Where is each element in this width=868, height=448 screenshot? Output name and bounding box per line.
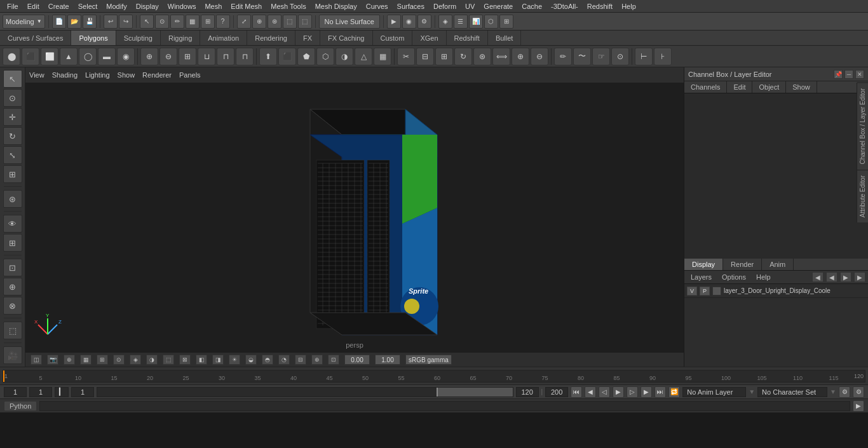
layers-options-menu[interactable]: Options	[718, 273, 750, 282]
cut-tool-btn[interactable]: ✂	[397, 48, 415, 65]
menu-uv[interactable]: UV	[461, 1, 479, 11]
render-btn[interactable]: ▶	[387, 15, 401, 29]
uv-editor-btn[interactable]: ⊞	[499, 15, 513, 29]
tri-fan-btn[interactable]: △	[355, 48, 372, 65]
end-frame-field[interactable]: 120	[516, 387, 539, 397]
relax-btn[interactable]: 〜	[573, 48, 591, 65]
save-file-btn[interactable]: 💾	[83, 15, 97, 29]
vp-camera-value[interactable]: 0.00	[344, 355, 370, 365]
vp-light-btn[interactable]: ☀	[229, 355, 240, 365]
display-tab[interactable]: Display	[684, 259, 723, 270]
cb-tab-edit[interactable]: Edit	[727, 81, 752, 93]
show-hide-btn[interactable]: 👁	[3, 215, 22, 233]
spin-edge-btn[interactable]: ↻	[454, 48, 472, 65]
cube-btn[interactable]: ⬛	[22, 48, 39, 65]
offset-edge-btn[interactable]: ⊞	[435, 48, 453, 65]
snap-point-btn[interactable]: ⊗	[3, 297, 22, 315]
render-tab[interactable]: Render	[723, 259, 762, 270]
next-frame-btn[interactable]: ▶	[641, 386, 652, 398]
fill-hole-btn[interactable]: ⬡	[316, 48, 334, 65]
python-tab-btn[interactable]: Python	[4, 401, 37, 411]
vp-smooth-btn[interactable]: ◑	[146, 355, 158, 365]
menu-display[interactable]: Display	[132, 1, 163, 11]
layer-playback-toggle[interactable]: P	[700, 287, 710, 295]
menu-create[interactable]: Create	[44, 1, 74, 11]
open-file-btn[interactable]: 📂	[67, 15, 81, 29]
menu-generate[interactable]: Generate	[479, 1, 517, 11]
menu-select[interactable]: Select	[74, 1, 102, 11]
workspace-dropdown[interactable]: Modeling ▼	[3, 15, 45, 29]
bridge-btn[interactable]: ⬛	[278, 48, 296, 65]
menu-mesh-display[interactable]: Mesh Display	[311, 1, 362, 11]
vp-cam-btn[interactable]: 📷	[47, 355, 58, 365]
vp-menu-shading[interactable]: Shading	[52, 71, 78, 79]
cb-tab-object[interactable]: Object	[752, 81, 786, 93]
menu-help[interactable]: Help	[617, 1, 641, 11]
layer-row[interactable]: V P layer_3_Door_Upright_Display_Coole	[684, 284, 868, 298]
vp-ao-btn[interactable]: ◓	[262, 355, 273, 365]
boolean-int-btn[interactable]: ⊓	[236, 48, 254, 65]
menu-deform[interactable]: Deform	[429, 1, 461, 11]
disk-btn[interactable]: ◉	[117, 48, 135, 65]
node-editor-btn[interactable]: ⬡	[484, 15, 498, 29]
sphere-btn[interactable]: ⬤	[3, 48, 20, 65]
vp-zoom-value[interactable]: 1.00	[375, 355, 400, 365]
menu-redshift[interactable]: Redshift	[583, 1, 617, 11]
plane-btn[interactable]: ▬	[98, 48, 116, 65]
menu-edit-mesh[interactable]: Edit Mesh	[226, 1, 266, 11]
collapse-btn[interactable]: ⊖	[531, 48, 548, 65]
tab-xgen[interactable]: XGen	[412, 31, 446, 45]
boolean-union-btn[interactable]: ⊔	[198, 48, 215, 65]
tab-animation[interactable]: Animation	[200, 31, 247, 45]
vp-grid-btn[interactable]: ▦	[80, 355, 92, 365]
hypershade-btn[interactable]: ◈	[438, 15, 452, 29]
menu-surfaces[interactable]: Surfaces	[393, 1, 429, 11]
connect-btn[interactable]: ⊕	[512, 48, 529, 65]
vp-textured-btn[interactable]: ◨	[212, 355, 224, 365]
menu-edit[interactable]: Edit	[23, 1, 44, 11]
vp-menu-view[interactable]: View	[29, 71, 44, 79]
vp-wireframe-btn[interactable]: ⊠	[179, 355, 191, 365]
current-frame-field[interactable]: 1	[4, 387, 27, 397]
pinch-btn[interactable]: ⊙	[611, 48, 629, 65]
universal-manip-btn[interactable]: ⊞	[3, 165, 22, 183]
frame-num2-field[interactable]: 1	[71, 387, 94, 397]
camera-btn[interactable]: 🎥	[3, 346, 22, 364]
vp-shaded-btn[interactable]: ◧	[196, 355, 207, 365]
next-key-btn[interactable]: ▷	[627, 386, 638, 398]
sym-btn[interactable]: ⬚	[298, 15, 312, 29]
lasso-btn[interactable]: ⊙	[155, 15, 169, 29]
timeline-scrub-bar[interactable]	[97, 387, 513, 397]
anim-tab[interactable]: Anim	[762, 259, 794, 270]
vp-menu-panels[interactable]: Panels	[179, 71, 201, 79]
snap2-btn[interactable]: ⊕	[252, 15, 266, 29]
python-run-btn[interactable]: ▶	[853, 400, 864, 412]
layer-color-swatch[interactable]	[712, 287, 721, 295]
tab-rendering[interactable]: Rendering	[247, 31, 295, 45]
layer-add-btn[interactable]: ◀	[812, 272, 824, 282]
cb-tab-show[interactable]: Show	[786, 81, 817, 93]
menu-curves[interactable]: Curves	[362, 1, 393, 11]
vp-ssao-btn[interactable]: ◔	[278, 355, 290, 365]
insert-edge-btn[interactable]: ⊟	[416, 48, 434, 65]
char-set-settings-btn[interactable]: ⚙	[839, 386, 850, 398]
help-mode-btn[interactable]: ?	[216, 15, 230, 29]
slide-edge-btn[interactable]: ⟺	[492, 48, 510, 65]
soft-select-btn[interactable]: ⊛	[268, 15, 281, 29]
snap-curve-btn[interactable]: ⊕	[3, 278, 22, 295]
vp-xray-btn[interactable]: ◈	[130, 355, 141, 365]
select-mode-btn[interactable]: ↖	[140, 15, 154, 29]
vp-colorspace-dropdown[interactable]: sRGB gamma	[405, 355, 452, 365]
cb-tab-channels[interactable]: Channels	[684, 81, 727, 93]
vp-bounding-btn[interactable]: ⬚	[163, 355, 174, 365]
cb-minimize-btn[interactable]: ─	[844, 70, 853, 79]
tab-curves-surfaces[interactable]: Curves / Surfaces	[0, 31, 71, 45]
play-btn[interactable]: ▶	[613, 386, 624, 398]
display-layer-btn[interactable]: ⊞	[3, 234, 22, 252]
quad-mesh-btn[interactable]: ▦	[374, 48, 391, 65]
select-tool-btn[interactable]: ↖	[3, 70, 22, 88]
anim-editor-btn[interactable]: 📊	[469, 15, 483, 29]
cb-pin-btn[interactable]: 📌	[834, 70, 843, 79]
channel-box-vert-tab[interactable]: Channel Box / Layer Editor	[857, 83, 868, 170]
layer-end-btn[interactable]: ▶	[854, 272, 865, 282]
